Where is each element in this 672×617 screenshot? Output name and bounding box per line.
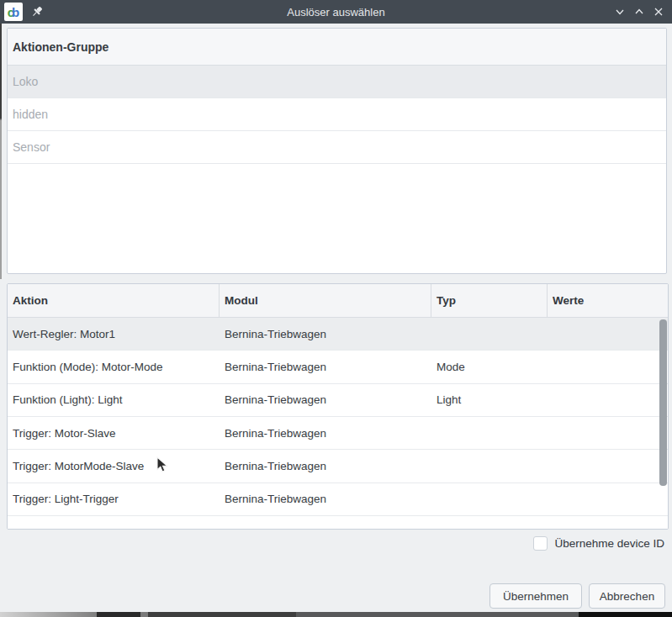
table-row[interactable]: Trigger: Light-Trigger Bernina-Triebwage…	[8, 483, 668, 516]
window-controls	[613, 0, 665, 24]
cell-werte	[548, 384, 668, 416]
vertical-scrollbar[interactable]	[659, 319, 667, 486]
cell-werte	[548, 516, 668, 530]
cell-modul: Bernina-Triebwagen	[220, 384, 431, 416]
cell-aktion: Funktion (Light): Light	[8, 384, 220, 416]
cell-typ	[431, 516, 548, 530]
cell-werte	[548, 483, 668, 515]
cell-werte	[548, 450, 668, 482]
mouse-cursor	[156, 456, 169, 474]
app-logo-letter-b: b	[12, 5, 17, 19]
cell-werte	[548, 318, 668, 350]
aktionen-gruppe-panel: Aktionen-Gruppe Loko hidden Sensor	[7, 28, 667, 274]
cancel-button[interactable]: Abbrechen	[589, 583, 665, 609]
cell-modul: Bernina-Triebwagen	[220, 417, 431, 449]
cell-aktion: Trigger: MotorMode-Slave	[8, 450, 220, 482]
dialog-window: cb Auslöser auswählen	[0, 0, 672, 617]
cell-aktion: Trigger: Light-Trigger	[8, 483, 220, 515]
column-header-werte[interactable]: Werte	[548, 284, 668, 317]
cell-werte	[548, 417, 668, 449]
cell-aktion: Trigger: Motor-Slave	[8, 417, 220, 449]
table-row[interactable]: Trigger: Motor-Slave Bernina-Triebwagen	[8, 417, 668, 450]
minimize-icon[interactable]	[613, 5, 627, 18]
table-row[interactable]: Funktion (Light): Light Bernina-Triebwag…	[8, 384, 668, 417]
device-id-checkbox[interactable]	[533, 536, 548, 551]
column-header-modul[interactable]: Modul	[220, 284, 431, 317]
aktionen-table-panel: Aktion Modul Typ Werte Wert-Regler: Moto…	[7, 283, 669, 530]
cell-typ	[431, 450, 548, 482]
column-header-typ[interactable]: Typ	[431, 284, 548, 317]
table-row-partial[interactable]: Wert-Regler: Motor2 Bernina-Triebwagen	[8, 516, 668, 530]
app-logo-icon: cb	[4, 3, 23, 21]
background-window-left-edge	[0, 24, 2, 279]
table-row[interactable]: Wert-Regler: Motor1 Bernina-Triebwagen	[8, 318, 668, 351]
window-title: Auslöser auswählen	[0, 6, 672, 18]
pin-icon[interactable]	[30, 5, 44, 18]
dialog-buttons: Übernehmen Abbrechen	[489, 583, 665, 609]
cell-typ: Mode	[431, 351, 548, 382]
cell-aktion: Funktion (Mode): Motor-Mode	[8, 351, 220, 382]
titlebar[interactable]: cb Auslöser auswählen	[0, 0, 672, 24]
cell-typ: Light	[431, 384, 548, 416]
device-id-checkbox-label: Übernehme device ID	[554, 537, 664, 550]
cell-aktion: Wert-Regler: Motor1	[8, 318, 220, 350]
close-icon[interactable]	[652, 5, 665, 18]
cell-modul: Bernina-Triebwagen	[220, 483, 431, 515]
cell-modul: Bernina-Triebwagen	[220, 318, 431, 350]
background-window-bottom-edge	[0, 612, 672, 617]
cell-typ	[431, 483, 548, 515]
cell-modul: Bernina-Triebwagen	[220, 351, 431, 382]
table-row[interactable]: Trigger: MotorMode-Slave Bernina-Triebwa…	[8, 450, 668, 483]
cell-modul: Bernina-Triebwagen	[220, 450, 431, 482]
table-row[interactable]: Funktion (Mode): Motor-Mode Bernina-Trie…	[8, 351, 668, 383]
group-item-hidden[interactable]: hidden	[8, 98, 666, 131]
cell-typ	[431, 318, 548, 350]
cell-werte	[548, 351, 668, 382]
table-body: Wert-Regler: Motor1 Bernina-Triebwagen F…	[8, 318, 668, 530]
apply-button[interactable]: Übernehmen	[489, 583, 582, 609]
group-item-sensor[interactable]: Sensor	[8, 131, 666, 164]
column-header-aktion[interactable]: Aktion	[8, 284, 220, 317]
cell-modul: Bernina-Triebwagen	[220, 516, 431, 530]
table-header-row: Aktion Modul Typ Werte	[8, 284, 668, 318]
maximize-icon[interactable]	[632, 5, 646, 18]
cell-typ	[431, 417, 548, 449]
cell-aktion: Wert-Regler: Motor2	[8, 516, 220, 530]
device-id-checkbox-row: Übernehme device ID	[533, 535, 664, 551]
group-item-loko[interactable]: Loko	[8, 66, 666, 98]
aktionen-gruppe-header: Aktionen-Gruppe	[8, 29, 666, 66]
